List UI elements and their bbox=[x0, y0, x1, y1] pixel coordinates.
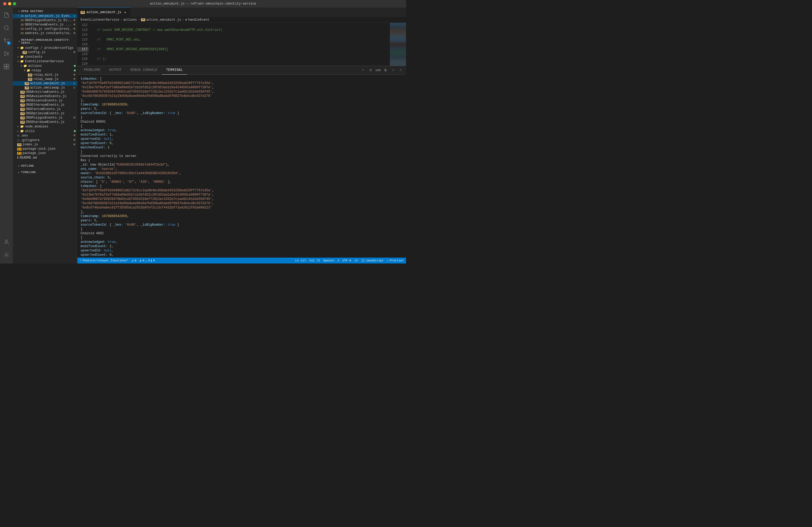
folder-configs[interactable]: ▾ 📁 configs / providerconfigs bbox=[13, 46, 77, 50]
file-relay-swap[interactable]: JS relay_swap.js M bbox=[13, 77, 77, 81]
folder-constants[interactable]: ▸ 📁 constants bbox=[13, 55, 77, 59]
file-env[interactable]: ⚙ .env M bbox=[13, 133, 77, 138]
file-ons-polygon[interactable]: JS ONSPolygonEvents.js M bbox=[13, 116, 77, 120]
svg-line-1 bbox=[8, 29, 9, 30]
file-gitignore[interactable]: ◯ .gitignore M bbox=[13, 138, 77, 142]
file-ons-fantom[interactable]: JS ONSFantomEvents.js bbox=[13, 107, 77, 111]
outline-title[interactable]: ▸ OUTLINE bbox=[13, 162, 77, 168]
file-index-js[interactable]: JS index.js M bbox=[13, 142, 77, 147]
activity-files[interactable] bbox=[0, 9, 13, 21]
js-file-icon: JS bbox=[20, 19, 24, 22]
json-file-icon: {} bbox=[17, 148, 21, 151]
timeline-title[interactable]: ▸ TIMELINE bbox=[13, 168, 77, 175]
file-tree: ▾ 📁 configs / providerconfigs JS config.… bbox=[13, 46, 77, 264]
file-action-omnimint[interactable]: JS action_omnimint.js U bbox=[13, 81, 77, 86]
tab-output[interactable]: OUTPUT bbox=[105, 66, 126, 75]
editor-area: JS action_omnimint.js ● EventListenerSer… bbox=[77, 7, 406, 264]
tab-terminal[interactable]: TERMINAL bbox=[162, 66, 187, 75]
file-package-lock[interactable]: {} package-lock.json bbox=[13, 147, 77, 151]
terminal-split-button[interactable]: ⧉ bbox=[367, 67, 374, 74]
file-relay-mint[interactable]: JS relay_mint.js M bbox=[13, 73, 77, 77]
file-action-omniswap[interactable]: JS action_omniswap.js U bbox=[13, 86, 77, 90]
cursor-position[interactable]: Ln 117, Col 72 bbox=[295, 259, 320, 262]
activity-search[interactable] bbox=[0, 21, 13, 34]
js-file-icon: JS bbox=[17, 143, 21, 146]
activity-account[interactable] bbox=[0, 236, 13, 249]
terminal-content[interactable]: txHashes: [ '0xf16f6ff0e8f5d3498021d8272… bbox=[77, 75, 406, 258]
indentation[interactable]: Spaces: 2 bbox=[323, 259, 339, 262]
tab-problems[interactable]: PROBLEMS bbox=[79, 66, 105, 75]
minimize-button[interactable] bbox=[8, 2, 11, 5]
tab-modified-indicator[interactable]: ● bbox=[123, 10, 127, 15]
panel-maximize-button[interactable]: ⤢ bbox=[390, 67, 396, 74]
folder-actions[interactable]: ▾ 📁 actions bbox=[13, 64, 77, 68]
js-file-icon: JS bbox=[20, 99, 25, 102]
folder-closed-icon: ▸ bbox=[17, 55, 19, 59]
folder-closed-icon: ▸ bbox=[17, 124, 19, 129]
file-ons-ethereum[interactable]: JS ONSEthereumEvents.js bbox=[13, 103, 77, 107]
svg-point-10 bbox=[5, 240, 7, 242]
file-ons-shardeum[interactable]: JS ONSShardeumEvents.js bbox=[13, 120, 77, 124]
window-controls[interactable] bbox=[3, 2, 16, 5]
js-file-icon: JS bbox=[23, 51, 27, 54]
open-editor-address[interactable]: × JS address.js constants/con... M bbox=[13, 31, 77, 35]
prettier-status[interactable]: ✓ Prettier bbox=[387, 259, 404, 262]
activity-settings[interactable] bbox=[0, 249, 13, 261]
prettier-icon: ✓ bbox=[387, 259, 389, 262]
language-mode[interactable]: {} JavaScript bbox=[361, 259, 383, 262]
folder-node-modules[interactable]: ▸ 📁 node_modules bbox=[13, 124, 77, 129]
sync-status[interactable]: ↻ 0 bbox=[132, 259, 136, 262]
terminal-name: zsh bbox=[375, 67, 381, 74]
open-editor-ons-polygon[interactable]: × JS ONSPolygonEvents.js Ev... M bbox=[13, 18, 77, 22]
close-tab-icon[interactable]: × bbox=[17, 14, 19, 18]
folder-utils[interactable]: ▸ 📁 utils bbox=[13, 129, 77, 133]
errors-count[interactable]: ⊗ 0 ⚠ 0 ℹ 0 bbox=[140, 259, 155, 262]
panel-close-button[interactable]: × bbox=[397, 67, 404, 74]
file-ons-optimism[interactable]: JS ONSOptimismEvents.js bbox=[13, 111, 77, 116]
tab-debug-console[interactable]: DEBUG CONSOLE bbox=[126, 66, 162, 75]
svg-rect-8 bbox=[4, 67, 6, 69]
file-ons-binance[interactable]: JS ONSBinanceEvents.js bbox=[13, 99, 77, 103]
open-editor-config[interactable]: × JS config.js configs/provider... M bbox=[13, 27, 77, 31]
folder-open-icon: ▾ bbox=[24, 69, 26, 73]
file-ons-arbitrum[interactable]: JS ONSArbitrumEvents.js bbox=[13, 90, 77, 94]
activity-run[interactable] bbox=[0, 47, 13, 60]
file-ons-avalanche[interactable]: JS ONSAvalancheEvents.js bbox=[13, 94, 77, 99]
line-ending[interactable]: LF bbox=[354, 259, 358, 262]
code-content[interactable]: // const SHM_BRIDGE_CONTRACT = new web3S… bbox=[91, 23, 390, 66]
file-readme[interactable]: ℹ README.md bbox=[13, 155, 77, 160]
open-editor-ons-ethereum[interactable]: × JS ONSEthereumEvents.js ... M bbox=[13, 22, 77, 27]
dot-indicator bbox=[74, 130, 76, 132]
js-file-icon: JS bbox=[20, 15, 24, 18]
encoding[interactable]: UTF-8 bbox=[342, 259, 351, 262]
svg-rect-9 bbox=[7, 67, 9, 69]
terminal-trash-button[interactable]: 🗑 bbox=[382, 67, 389, 74]
activity-source-control[interactable]: ● bbox=[0, 34, 13, 47]
breadcrumb-actions[interactable]: actions bbox=[123, 18, 137, 22]
git-branch[interactable]: ⑂ feature/relayer_functions* bbox=[79, 259, 129, 262]
activity-bar: ● bbox=[0, 7, 13, 264]
file-config-js[interactable]: JS config.js M bbox=[13, 50, 77, 55]
dot-indicator bbox=[74, 65, 76, 67]
status-right: Ln 117, Col 72 Spaces: 2 UTF-8 LF {} Jav… bbox=[295, 259, 404, 262]
maximize-button[interactable] bbox=[13, 2, 16, 5]
breadcrumb-symbol[interactable]: handleEvent bbox=[188, 18, 209, 22]
tab-label: action_omnimint.js bbox=[86, 11, 121, 14]
breadcrumb-file[interactable]: action_omnimint.js bbox=[146, 18, 181, 22]
code-editor[interactable]: 112 113 114 115 116 117 118 119 120 121 … bbox=[77, 23, 406, 66]
activity-extensions[interactable] bbox=[0, 60, 13, 73]
panel-tabs: PROBLEMS OUTPUT DEBUG CONSOLE TERMINAL +… bbox=[77, 66, 406, 75]
svg-rect-6 bbox=[4, 64, 6, 66]
close-button[interactable] bbox=[3, 2, 6, 5]
code-lines: 112 113 114 115 116 117 118 119 120 121 … bbox=[77, 23, 406, 66]
js-breadcrumb-icon: JS bbox=[141, 18, 145, 21]
branch-name: feature/relayer_functions* bbox=[83, 259, 129, 262]
tab-action-omnimint[interactable]: JS action_omnimint.js ● bbox=[77, 7, 131, 17]
window-title: action_omnimint.js — refrakt-omnichain-i… bbox=[150, 2, 256, 6]
file-package-json[interactable]: {} package.json bbox=[13, 151, 77, 155]
folder-event-listener[interactable]: ▾ 📁 EventListenerService bbox=[13, 59, 77, 64]
breadcrumb-eventlistener[interactable]: EventListenerService bbox=[81, 18, 119, 22]
open-editor-action-omnimint[interactable]: × JS action_omnimint.js Event... U bbox=[13, 14, 77, 18]
folder-relay[interactable]: ▾ 📁 relay bbox=[13, 68, 77, 73]
terminal-new-button[interactable]: + bbox=[360, 67, 366, 74]
